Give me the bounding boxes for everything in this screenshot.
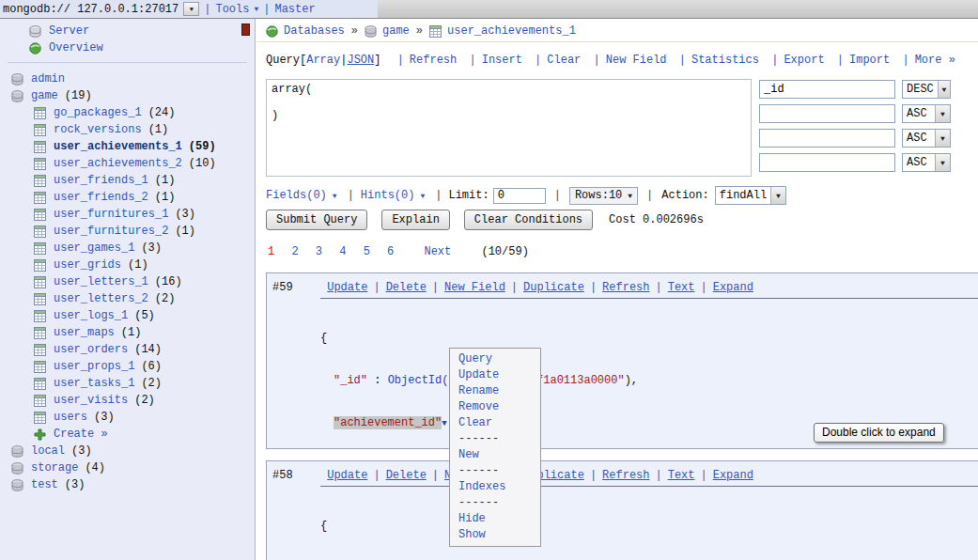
action-expand[interactable]: Expand: [713, 469, 753, 482]
collection-item[interactable]: user_friends_1(1): [0, 172, 255, 189]
collection-item[interactable]: user_logs_1(5): [0, 307, 255, 324]
menu-item-new[interactable]: New: [450, 447, 540, 463]
sort-field-input[interactable]: [759, 80, 895, 99]
clear-conditions-button[interactable]: Clear Conditions: [464, 210, 593, 230]
action-duplicate[interactable]: Duplicate: [523, 281, 584, 294]
new-field-link[interactable]: New Field: [606, 54, 667, 67]
chevron-down-icon[interactable]: ▼: [254, 5, 258, 13]
collection-item-selected[interactable]: user_achievements_1(59): [0, 138, 255, 155]
breadcrumb-databases[interactable]: Databases: [284, 24, 345, 38]
page-link[interactable]: 5: [364, 245, 370, 258]
menu-item-indexes[interactable]: Indexes: [450, 479, 540, 495]
action-update[interactable]: Update: [327, 281, 367, 294]
action-value: findAll: [716, 189, 770, 202]
collection-item[interactable]: user_orders(14): [0, 341, 255, 358]
menu-item-show[interactable]: Show: [450, 527, 540, 543]
menu-item-rename[interactable]: Rename: [450, 383, 540, 399]
limit-input[interactable]: [493, 188, 546, 204]
query-textarea[interactable]: array( ): [266, 79, 752, 177]
sort-dir-select[interactable]: ASC▼: [902, 129, 951, 148]
sort-dir-select[interactable]: DESC▼: [902, 80, 951, 99]
submit-query-button[interactable]: Submit Query: [266, 210, 367, 230]
menu-item-hide[interactable]: Hide: [450, 511, 540, 527]
action-expand[interactable]: Expand: [713, 281, 753, 294]
action-select[interactable]: findAll▼: [715, 186, 786, 205]
hints-dropdown[interactable]: Hints(0): [361, 189, 415, 202]
sort-field-input[interactable]: [759, 104, 895, 123]
page-link[interactable]: 2: [291, 245, 298, 258]
tools-menu[interactable]: Tools: [215, 3, 249, 16]
collection-item[interactable]: users(3): [0, 409, 255, 426]
collection-item[interactable]: go_packages_1(24): [0, 104, 255, 121]
action-text[interactable]: Text: [668, 281, 695, 294]
rows-select[interactable]: Rows:10▼: [569, 187, 638, 205]
breadcrumb-db[interactable]: game: [382, 24, 410, 38]
collection-item[interactable]: user_tasks_1(2): [0, 375, 255, 392]
action-update[interactable]: Update: [327, 469, 367, 482]
collection-item[interactable]: user_achievements_2(10): [0, 155, 255, 172]
collection-item[interactable]: user_letters_1(16): [0, 273, 255, 290]
sidebar-item-server[interactable]: Server: [0, 23, 255, 39]
sort-field-input[interactable]: [759, 129, 895, 148]
field-key[interactable]: "_id": [334, 374, 367, 387]
collection-name: user_grids: [54, 258, 121, 272]
sidebar-item-test[interactable]: test (3): [0, 476, 255, 493]
page-link[interactable]: 4: [339, 245, 346, 258]
sort-dir-select[interactable]: ASC▼: [902, 104, 951, 123]
query-label: Query: [266, 54, 300, 67]
import-link[interactable]: Import: [849, 54, 890, 67]
sidebar-item-admin[interactable]: admin: [0, 70, 255, 87]
menu-item-update[interactable]: Update: [450, 367, 540, 383]
array-link[interactable]: Array: [306, 54, 340, 67]
menu-item-clear[interactable]: Clear: [450, 415, 540, 431]
statistics-link[interactable]: Statistics: [691, 54, 759, 67]
field-key-highlighted[interactable]: "achievement_id": [334, 416, 442, 429]
collection-item[interactable]: user_furnitures_1(3): [0, 206, 255, 223]
sort-field-input[interactable]: [759, 153, 895, 172]
fields-dropdown[interactable]: Fields(0): [266, 189, 327, 202]
sidebar-collapse-icon[interactable]: [241, 23, 250, 36]
action-delete[interactable]: Delete: [386, 281, 427, 294]
collection-item[interactable]: user_furnitures_2(1): [0, 223, 255, 240]
export-link[interactable]: Export: [784, 54, 824, 67]
collection-item[interactable]: user_grids(1): [0, 257, 255, 273]
action-new-field[interactable]: New Field: [444, 281, 505, 294]
chevron-down-icon[interactable]: ▼: [420, 192, 425, 200]
collection-item[interactable]: user_maps(1): [0, 324, 255, 341]
master-link[interactable]: Master: [274, 3, 315, 16]
menu-item-query[interactable]: Query: [450, 351, 540, 367]
collection-item[interactable]: user_letters_2(2): [0, 290, 255, 307]
action-text[interactable]: Text: [668, 469, 695, 482]
sidebar-item-overview[interactable]: Overview: [0, 39, 255, 56]
connection-dropdown[interactable]: ▼: [183, 2, 199, 16]
collection-count: (1): [148, 123, 169, 136]
action-delete[interactable]: Delete: [386, 469, 427, 482]
json-link[interactable]: JSON: [347, 54, 374, 67]
breadcrumb-collection[interactable]: user_achievements_1: [447, 24, 576, 38]
next-link[interactable]: Next: [424, 245, 451, 258]
collection-item[interactable]: user_props_1(6): [0, 358, 255, 375]
table-icon: [429, 25, 442, 38]
explain-button[interactable]: Explain: [381, 210, 449, 230]
collection-item[interactable]: user_games_1(3): [0, 240, 255, 257]
collection-item[interactable]: user_friends_2(1): [0, 189, 255, 206]
chevron-down-icon[interactable]: ▼: [333, 192, 337, 200]
refresh-link[interactable]: Refresh: [410, 54, 457, 67]
clear-link[interactable]: Clear: [547, 54, 581, 67]
sidebar-item-game[interactable]: game (19): [0, 87, 255, 104]
collection-item[interactable]: rock_versions(1): [0, 121, 255, 138]
insert-link[interactable]: Insert: [482, 54, 522, 67]
separator: |: [594, 54, 600, 67]
page-link[interactable]: 3: [316, 245, 322, 258]
sort-dir-select[interactable]: ASC▼: [902, 153, 951, 172]
more-link[interactable]: More »: [915, 54, 955, 67]
sidebar-item-storage[interactable]: storage (4): [0, 459, 255, 476]
sidebar-item-local[interactable]: local (3): [0, 443, 255, 459]
action-refresh[interactable]: Refresh: [602, 281, 649, 294]
sidebar-item-create[interactable]: Create »: [0, 426, 255, 443]
page-link[interactable]: 6: [387, 245, 394, 258]
collection-item[interactable]: user_visits(2): [0, 392, 255, 409]
action-refresh[interactable]: Refresh: [602, 469, 649, 482]
chevron-down-icon: ▼: [935, 154, 950, 171]
menu-item-remove[interactable]: Remove: [450, 399, 540, 415]
